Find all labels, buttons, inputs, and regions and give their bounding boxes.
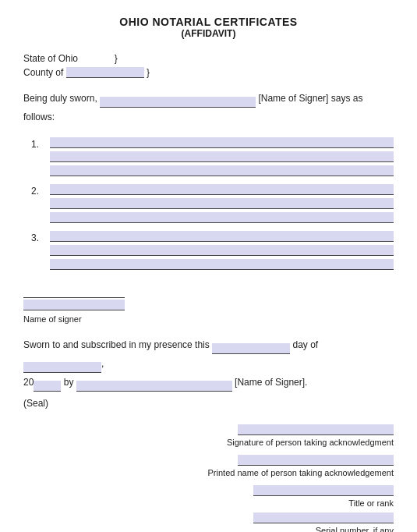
serial-number-field[interactable] — [253, 512, 394, 523]
signature-block: Name of signer — [23, 281, 394, 325]
signature-line[interactable] — [23, 281, 125, 298]
signature-name-field[interactable] — [23, 300, 125, 310]
name-placeholder2: [Name of Signer]. — [235, 377, 307, 388]
sub-title: (AFFIDAVIT) — [23, 28, 394, 39]
numbered-items: 1. 2. 3. — [31, 137, 394, 270]
sworn-sub-text4: by — [64, 377, 74, 388]
printed-name-label: Printed name of person taking acknowledg… — [23, 468, 394, 477]
sworn-sub-text2: day of — [292, 339, 318, 350]
year-field[interactable] — [34, 381, 61, 392]
right-acknowledgment-block: Signature of person taking acknowledgmen… — [23, 424, 394, 532]
name-placeholder: [Name of Signer] — [258, 93, 328, 104]
item-3-line-1[interactable] — [50, 231, 394, 242]
item-2-lines — [50, 184, 394, 223]
item-1: 1. — [31, 137, 394, 176]
item-3-lines — [50, 231, 394, 270]
printed-name-item: Printed name of person taking acknowledg… — [23, 455, 394, 477]
state-county-section: State of Ohio } County of } — [23, 53, 394, 78]
item-2: 2. — [31, 184, 394, 223]
item-3-line-2[interactable] — [50, 245, 394, 256]
item-3-line-3[interactable] — [50, 259, 394, 270]
sig-acknowledgment-item: Signature of person taking acknowledgmen… — [23, 424, 394, 447]
item-3: 3. — [31, 231, 394, 270]
title-rank-label: Title or rank — [23, 498, 394, 508]
county-brace: } — [147, 67, 150, 78]
serial-number-item: Serial number, if any — [23, 512, 394, 532]
county-label: County of — [23, 67, 63, 78]
item-2-line-2[interactable] — [50, 198, 394, 209]
item-1-num: 1. — [31, 137, 45, 150]
sig-acknowledgment-label: Signature of person taking acknowledgmen… — [23, 438, 394, 447]
item-2-line-1[interactable] — [50, 184, 394, 195]
state-brace: } — [115, 53, 118, 64]
title-rank-item: Title or rank — [23, 485, 394, 508]
county-line: County of } — [23, 67, 394, 78]
month-field[interactable] — [23, 362, 101, 373]
sworn-subscribed-section: Sworn to and subscribed in my presence t… — [23, 335, 394, 392]
signer-name-field[interactable] — [100, 97, 256, 108]
name-of-signer-label: Name of signer — [23, 314, 82, 324]
item-3-num: 3. — [31, 231, 45, 243]
day-field[interactable] — [212, 343, 290, 354]
county-field[interactable] — [66, 67, 144, 78]
seal-label: (Seal) — [23, 398, 48, 409]
main-title: OHIO NOTARIAL CERTIFICATES — [23, 16, 394, 28]
state-line: State of Ohio } — [23, 53, 394, 64]
item-1-line-3[interactable] — [50, 165, 394, 176]
serial-number-label: Serial number, if any — [23, 526, 394, 532]
printed-name-field[interactable] — [238, 455, 394, 466]
state-label: State of Ohio — [23, 53, 78, 64]
item-2-num: 2. — [31, 184, 45, 197]
sig-acknowledgment-field[interactable] — [238, 424, 394, 435]
sworn-text: Being duly sworn, — [23, 93, 97, 104]
seal-section: (Seal) — [23, 398, 394, 409]
item-2-line-3[interactable] — [50, 212, 394, 223]
item-1-lines — [50, 137, 394, 176]
title-block: OHIO NOTARIAL CERTIFICATES (AFFIDAVIT) — [23, 16, 394, 39]
sworn-sub-text3: 20 — [23, 377, 34, 388]
item-1-line-2[interactable] — [50, 151, 394, 162]
title-rank-field[interactable] — [253, 485, 394, 496]
sworn-section: Being duly sworn, [Name of Signer] says … — [23, 89, 394, 126]
by-name-field[interactable] — [76, 381, 232, 392]
item-1-line-1[interactable] — [50, 137, 394, 148]
sworn-sub-text1: Sworn to and subscribed in my presence t… — [23, 339, 210, 350]
